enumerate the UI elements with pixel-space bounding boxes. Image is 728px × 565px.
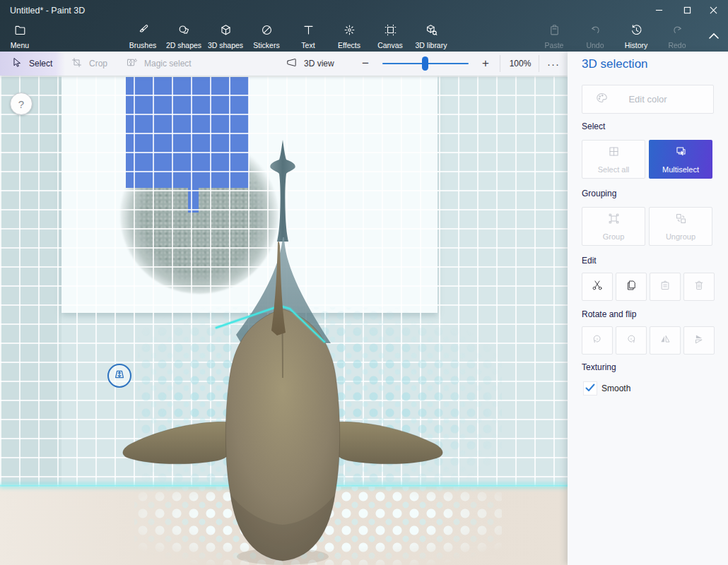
toolbar-label: Text: [301, 42, 315, 49]
ungroup-label: Ungroup: [666, 233, 695, 241]
question-mark-icon: ?: [18, 98, 24, 110]
depth-control-button[interactable]: [107, 364, 131, 388]
crop-icon: [71, 56, 83, 71]
maximize-button[interactable]: [673, 0, 701, 21]
paste-icon: [548, 23, 561, 40]
shark-right-fin: [331, 422, 442, 464]
shark-3d-model[interactable]: [106, 134, 459, 565]
3d-selection-panel: 3D selection Edit color Select Select al…: [568, 52, 728, 565]
magic-select-icon: [126, 56, 138, 71]
separator: [539, 55, 539, 72]
shark-left-fin: [123, 422, 235, 464]
toolbar-label: 2D shapes: [166, 42, 201, 49]
brush-icon: [136, 23, 150, 40]
more-options-button[interactable]: ···: [540, 52, 567, 76]
effects-icon: [343, 23, 356, 40]
paste-icon: [659, 279, 671, 295]
toolbar-label: Canvas: [377, 42, 403, 49]
3d-shapes-button[interactable]: 3D shapes: [206, 22, 245, 50]
minus-icon: −: [362, 56, 369, 71]
shark-tail-fin: [270, 140, 295, 242]
multiselect-button[interactable]: Multiselect: [649, 140, 712, 179]
edit-color-button: Edit color: [582, 85, 714, 114]
smooth-checkbox-label[interactable]: Smooth: [601, 383, 630, 393]
canvas-viewport[interactable]: ?: [0, 76, 568, 565]
effects-button[interactable]: Effects: [329, 22, 369, 50]
toolbar-label: Effects: [338, 42, 360, 49]
select-tool-label: Select: [29, 59, 52, 69]
plus-icon: +: [482, 56, 489, 71]
copy-icon: [625, 279, 638, 295]
paste-button: Paste: [534, 22, 574, 50]
collapse-ribbon-button[interactable]: [704, 28, 724, 44]
zoom-in-button[interactable]: +: [475, 52, 496, 76]
canvas-icon: [384, 23, 397, 40]
rotate-counterclockwise-button: [582, 326, 613, 355]
delete-icon: [693, 279, 705, 295]
close-icon: [710, 4, 717, 17]
flip-horizontal-button: [650, 326, 681, 355]
select-all-icon: [607, 145, 621, 161]
help-button[interactable]: ?: [10, 93, 33, 115]
cut-icon: [591, 279, 604, 295]
rotate-section-label: Rotate and flip: [582, 309, 636, 319]
3d-view-label: 3D view: [304, 59, 334, 69]
zoom-out-button[interactable]: −: [355, 52, 376, 76]
separator: [500, 55, 500, 72]
close-button[interactable]: [700, 0, 727, 21]
text-button[interactable]: Text: [288, 22, 328, 50]
header: Untitled* - Paint 3D Menu Brushes 2D sha…: [0, 0, 728, 52]
group-label: Group: [603, 233, 625, 241]
3d-shapes-icon: [219, 23, 233, 40]
multiselect-icon: [674, 145, 688, 161]
delete-button: [683, 273, 715, 301]
rotate-clockwise-button: [616, 326, 647, 355]
select-tool-button[interactable]: Select: [0, 52, 65, 76]
copy-button[interactable]: [616, 273, 647, 301]
paste-panel-button: [650, 273, 681, 301]
minimize-button[interactable]: [645, 0, 673, 21]
stickers-icon: [260, 23, 274, 40]
3d-library-button[interactable]: 3D library: [411, 22, 451, 50]
history-button[interactable]: History: [616, 22, 656, 50]
redo-icon: [671, 23, 684, 40]
group-icon: [607, 212, 621, 228]
2d-shapes-button[interactable]: 2D shapes: [164, 22, 204, 50]
magic-select-label: Magic select: [144, 59, 192, 69]
history-icon: [630, 23, 643, 40]
toolbar-label: Stickers: [253, 42, 279, 49]
brushes-button[interactable]: Brushes: [123, 22, 163, 50]
undo-button: Undo: [575, 22, 615, 50]
flip-vertical-icon: [693, 333, 705, 348]
zoom-slider-thumb[interactable]: [422, 56, 428, 71]
flip-horizontal-icon: [659, 333, 671, 348]
wall-backdrop: [0, 76, 61, 487]
crop-tool-button: Crop: [71, 52, 120, 76]
cursor-arrow-icon: [11, 56, 23, 71]
flip-vertical-button: [683, 326, 715, 355]
toolbar-label: Brushes: [129, 42, 157, 49]
multiselect-label: Multiselect: [662, 166, 699, 174]
canvas-button[interactable]: Canvas: [370, 22, 410, 50]
stickers-button[interactable]: Stickers: [247, 22, 286, 50]
3d-view-button[interactable]: 3D view: [286, 52, 346, 76]
zoom-slider[interactable]: [382, 52, 469, 76]
texturing-section-label: Texturing: [582, 362, 616, 372]
crop-tool-label: Crop: [89, 59, 107, 69]
chevron-up-icon: [708, 30, 720, 42]
select-section-label: Select: [582, 121, 605, 131]
ungroup-icon: [674, 212, 688, 228]
menu-button[interactable]: Menu: [0, 22, 40, 50]
smooth-checkbox[interactable]: [583, 381, 597, 396]
toolbar-label: 3D shapes: [208, 42, 243, 49]
maximize-icon: [683, 4, 691, 17]
zoom-percentage[interactable]: 100%: [502, 52, 539, 76]
select-all-label: Select all: [598, 166, 630, 174]
toolbar-label: 3D library: [416, 42, 447, 49]
redo-button: Redo: [657, 22, 697, 50]
check-icon: [585, 382, 595, 395]
text-icon: [302, 23, 315, 40]
cut-button[interactable]: [582, 273, 613, 301]
rotate-cw-icon: [625, 333, 638, 348]
toolbar-label: History: [625, 42, 648, 49]
